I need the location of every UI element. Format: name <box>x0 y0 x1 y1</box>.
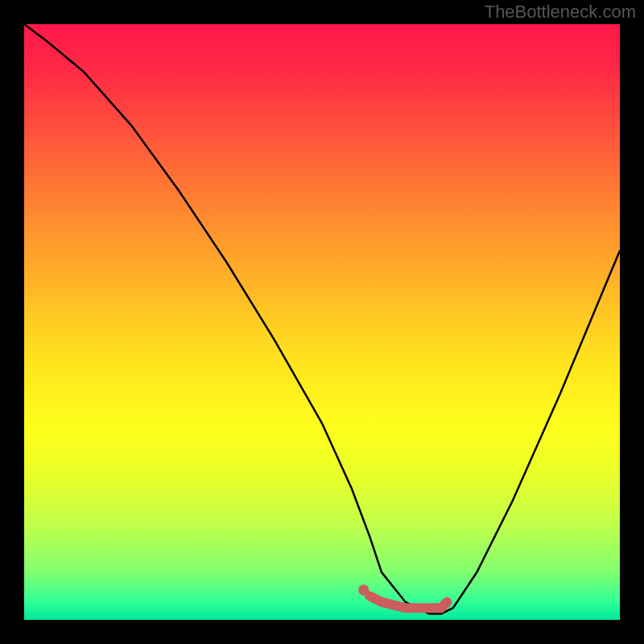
watermark-text: TheBottleneck.com <box>485 2 636 23</box>
bottleneck-curve <box>24 24 620 614</box>
chart-plot-area <box>24 24 620 620</box>
highlight-point <box>358 584 369 595</box>
highlight-segment <box>369 596 447 608</box>
chart-svg <box>24 24 620 620</box>
